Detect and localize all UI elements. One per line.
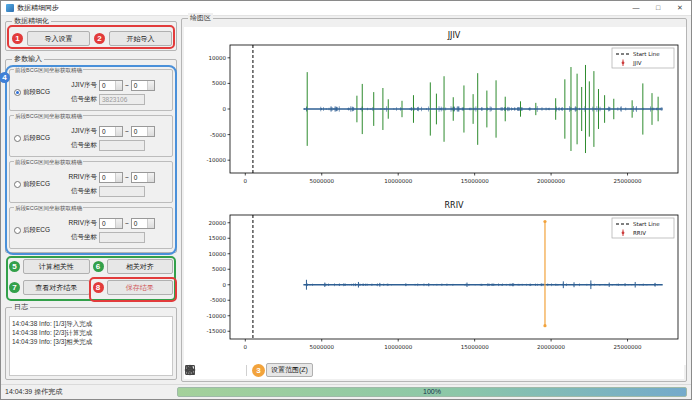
calc-correlation-button[interactable]: 计算相关性 — [23, 259, 90, 274]
sequence-label: RRIV序号 — [63, 173, 97, 182]
maximize-button[interactable]: □ — [647, 1, 669, 15]
annotation-marker-5: 5 — [9, 261, 20, 272]
radio-option-1[interactable]: 前段BCG — [14, 88, 60, 97]
radio-option-2[interactable]: 后段BCG — [14, 134, 60, 143]
svg-text:JJIV: JJIV — [632, 60, 642, 67]
annotation-marker-7: 7 — [9, 282, 20, 293]
param-subgroup-list: 前段BCG区间坐标获取精确前段BCGJJIV序号0~0信号坐标3823106后段… — [9, 69, 173, 249]
progress-bar: 100% — [177, 387, 687, 397]
figure-canvas: JJIV050000001000000015000000200000002500… — [184, 27, 684, 379]
range-tilde: ~ — [125, 82, 129, 89]
range-tilde: ~ — [125, 128, 129, 135]
svg-text:Start Line: Start Line — [633, 51, 660, 57]
svg-text:0: 0 — [244, 344, 248, 350]
log-line: 14:04:38 Info: [2/3]计算完成 — [12, 328, 170, 337]
window-title: 数据精细同步 — [17, 3, 59, 13]
log-area: 14:04:38 Info: [1/3]导入完成14:04:38 Info: [… — [9, 316, 173, 376]
save-result-button[interactable]: 保存结果 — [107, 280, 174, 295]
signal-coord-field[interactable] — [99, 186, 145, 197]
plot-toolbar: 3 设置范围(Z) — [184, 361, 684, 379]
radio-button[interactable] — [14, 227, 21, 234]
radio-label: 前段ECG — [23, 180, 50, 189]
radio-option-3[interactable]: 前段ECG — [14, 180, 60, 189]
svg-text:10000000: 10000000 — [384, 344, 412, 350]
start-import-button[interactable]: 开始导入 — [109, 31, 172, 46]
back-icon[interactable] — [208, 363, 222, 377]
svg-text:5000000: 5000000 — [309, 344, 334, 350]
correlation-align-button[interactable]: 相关对齐 — [107, 259, 174, 274]
signal-coord-field[interactable] — [99, 140, 145, 151]
refine-group-title: 数据精细化 — [12, 16, 51, 26]
import-settings-button[interactable]: 导入设置 — [27, 31, 90, 46]
svg-text:-5000: -5000 — [210, 297, 226, 303]
sequence-to-spinbox[interactable]: 0 — [131, 172, 155, 183]
app-window: 数据精细同步 — □ ✕ 数据精细化 1 导入设置 2 开始导入 参数输入 — [0, 0, 692, 400]
params-group-title: 参数输入 — [12, 54, 44, 64]
svg-text:25000000: 25000000 — [614, 178, 642, 184]
radio-button[interactable] — [14, 181, 21, 188]
sequence-from-spinbox[interactable]: 0 — [99, 172, 123, 183]
radio-button[interactable] — [14, 89, 21, 96]
sequence-label: RRIV序号 — [63, 219, 97, 228]
svg-text:RRIV: RRIV — [633, 230, 646, 236]
sequence-to-spinbox[interactable]: 0 — [131, 80, 155, 91]
toolbar-separator — [246, 365, 247, 376]
svg-text:-15000: -15000 — [207, 328, 227, 334]
signal-coord-field[interactable] — [99, 232, 145, 243]
annotation-marker-3: 3 — [252, 364, 265, 377]
svg-text:15000000: 15000000 — [461, 344, 489, 350]
sequence-from-spinbox[interactable]: 0 — [99, 126, 123, 137]
view-align-result-button[interactable]: 查看对齐结果 — [23, 280, 90, 295]
minimize-button[interactable]: — — [625, 1, 647, 15]
rriv-chart: RRIV050000001000000015000000200000002500… — [184, 199, 686, 365]
app-icon — [6, 4, 14, 12]
coord-label: 信号坐标 — [63, 187, 97, 196]
main-area: 数据精细化 1 导入设置 2 开始导入 参数输入 4 前段BCG区间坐标获取精确… — [1, 16, 691, 384]
coord-label: 信号坐标 — [63, 233, 97, 242]
pan-icon[interactable] — [318, 363, 332, 377]
sequence-from-spinbox[interactable]: 0 — [99, 218, 123, 229]
svg-text:RRIV: RRIV — [445, 201, 464, 210]
titlebar: 数据精细同步 — □ ✕ — [1, 1, 691, 16]
plot-panel: 绘图区 JJIV05000000100000001500000020000000… — [181, 18, 687, 382]
svg-text:5000000: 5000000 — [309, 178, 334, 184]
save-figure-icon[interactable] — [356, 363, 370, 377]
sequence-from-spinbox[interactable]: 0 — [99, 80, 123, 91]
jjiv-chart: JJIV050000001000000015000000200000002500… — [184, 27, 686, 199]
svg-text:0: 0 — [244, 178, 248, 184]
forward-icon[interactable] — [227, 363, 241, 377]
annotation-marker-1: 1 — [12, 33, 23, 44]
subgroup-title: 前段BCG区间坐标获取精确 — [14, 66, 83, 74]
set-range-button[interactable]: 设置范围(Z) — [266, 363, 313, 377]
svg-text:20000000: 20000000 — [537, 178, 565, 184]
annotation-marker-8: 8 — [93, 282, 104, 293]
param-subgroup-1: 前段BCG区间坐标获取精确前段BCGJJIV序号0~0信号坐标3823106 — [9, 69, 173, 111]
radio-button[interactable] — [14, 135, 21, 142]
statusbar: 14:04:39 操作完成 100% — [1, 384, 691, 399]
radio-option-4[interactable]: 后段ECG — [14, 226, 60, 235]
params-group: 参数输入 4 前段BCG区间坐标获取精确前段BCGJJIV序号0~0信号坐标38… — [5, 59, 177, 253]
sequence-to-spinbox[interactable]: 0 — [131, 126, 155, 137]
svg-text:Start Line: Start Line — [633, 221, 660, 227]
subgroup-title: 后段ECG区间坐标获取精确 — [14, 204, 83, 212]
param-subgroup-3: 前段ECG区间坐标获取精确前段ECGRRIV序号0~0信号坐标 — [9, 161, 173, 203]
plot-panel-title: 绘图区 — [188, 13, 213, 23]
close-button[interactable]: ✕ — [669, 1, 691, 15]
svg-text:5000: 5000 — [212, 266, 226, 272]
sequence-to-spinbox[interactable]: 0 — [131, 218, 155, 229]
status-message: 14:04:39 操作完成 — [5, 387, 171, 397]
zoom-icon[interactable] — [337, 363, 351, 377]
svg-text:-10000: -10000 — [207, 313, 227, 319]
log-group-title: 日志 — [12, 302, 30, 312]
svg-text:0: 0 — [223, 282, 227, 288]
svg-text:20000000: 20000000 — [537, 344, 565, 350]
signal-coord-field[interactable]: 3823106 — [99, 94, 145, 105]
range-tilde: ~ — [125, 174, 129, 181]
coord-label: 信号坐标 — [63, 95, 97, 104]
radio-label: 后段ECG — [23, 226, 50, 235]
param-subgroup-4: 后段ECG区间坐标获取精确后段ECGRRIV序号0~0信号坐标 — [9, 207, 173, 249]
svg-text:-10000: -10000 — [207, 157, 227, 163]
svg-text:-5000: -5000 — [210, 132, 226, 138]
svg-text:15000000: 15000000 — [461, 178, 489, 184]
action-buttons: 5 计算相关性 6 相关对齐 7 查看对齐结果 8 保存结果 — [5, 259, 177, 297]
